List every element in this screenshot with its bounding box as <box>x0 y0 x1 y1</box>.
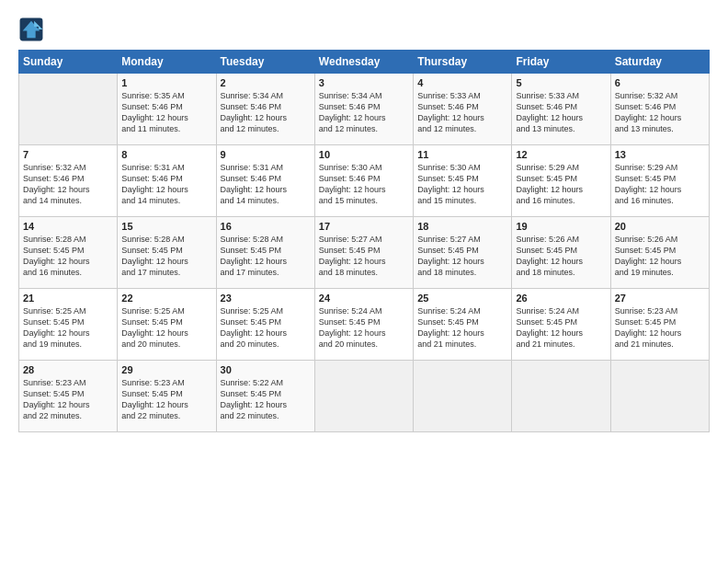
day-info: Sunrise: 5:25 AM Sunset: 5:45 PM Dayligh… <box>121 305 211 350</box>
day-cell: 4Sunrise: 5:33 AM Sunset: 5:46 PM Daylig… <box>414 74 512 145</box>
day-info: Sunrise: 5:35 AM Sunset: 5:46 PM Dayligh… <box>121 90 211 135</box>
col-header-monday: Monday <box>118 51 216 74</box>
day-cell: 6Sunrise: 5:32 AM Sunset: 5:46 PM Daylig… <box>610 74 709 145</box>
col-header-thursday: Thursday <box>414 51 512 74</box>
day-cell: 15Sunrise: 5:28 AM Sunset: 5:45 PM Dayli… <box>118 217 216 289</box>
day-number: 19 <box>516 221 606 232</box>
day-info: Sunrise: 5:33 AM Sunset: 5:46 PM Dayligh… <box>417 90 507 135</box>
day-info: Sunrise: 5:27 AM Sunset: 5:45 PM Dayligh… <box>417 234 507 279</box>
col-header-wednesday: Wednesday <box>314 51 413 74</box>
day-cell: 25Sunrise: 5:24 AM Sunset: 5:45 PM Dayli… <box>414 289 512 361</box>
day-cell: 23Sunrise: 5:25 AM Sunset: 5:45 PM Dayli… <box>216 289 314 361</box>
day-number: 4 <box>417 77 507 88</box>
day-info: Sunrise: 5:34 AM Sunset: 5:46 PM Dayligh… <box>221 90 311 135</box>
day-info: Sunrise: 5:23 AM Sunset: 5:45 PM Dayligh… <box>121 377 211 422</box>
day-info: Sunrise: 5:25 AM Sunset: 5:45 PM Dayligh… <box>221 305 311 350</box>
day-number: 14 <box>23 221 113 232</box>
day-number: 18 <box>417 221 507 232</box>
day-number: 11 <box>417 149 507 160</box>
day-cell: 21Sunrise: 5:25 AM Sunset: 5:45 PM Dayli… <box>19 289 118 361</box>
day-number: 24 <box>319 293 409 304</box>
day-number: 12 <box>516 149 606 160</box>
day-number: 20 <box>615 221 705 232</box>
logo <box>18 17 46 42</box>
day-cell: 2Sunrise: 5:34 AM Sunset: 5:46 PM Daylig… <box>216 74 314 145</box>
day-number: 23 <box>221 293 311 304</box>
day-info: Sunrise: 5:29 AM Sunset: 5:45 PM Dayligh… <box>516 162 606 207</box>
day-number: 25 <box>417 293 507 304</box>
day-info: Sunrise: 5:26 AM Sunset: 5:45 PM Dayligh… <box>516 234 606 279</box>
day-info: Sunrise: 5:28 AM Sunset: 5:45 PM Dayligh… <box>221 234 311 279</box>
day-cell: 20Sunrise: 5:26 AM Sunset: 5:45 PM Dayli… <box>610 217 709 289</box>
header <box>18 17 710 42</box>
day-info: Sunrise: 5:33 AM Sunset: 5:46 PM Dayligh… <box>516 90 606 135</box>
day-number: 16 <box>221 221 311 232</box>
day-info: Sunrise: 5:32 AM Sunset: 5:46 PM Dayligh… <box>615 90 705 135</box>
col-header-friday: Friday <box>512 51 610 74</box>
day-number: 8 <box>121 149 211 160</box>
day-info: Sunrise: 5:28 AM Sunset: 5:45 PM Dayligh… <box>121 234 211 279</box>
day-number: 13 <box>615 149 705 160</box>
day-cell <box>19 74 118 145</box>
day-cell: 18Sunrise: 5:27 AM Sunset: 5:45 PM Dayli… <box>414 217 512 289</box>
day-info: Sunrise: 5:29 AM Sunset: 5:45 PM Dayligh… <box>615 162 705 207</box>
day-number: 28 <box>23 364 113 375</box>
day-cell <box>314 361 413 432</box>
day-info: Sunrise: 5:25 AM Sunset: 5:45 PM Dayligh… <box>23 305 113 350</box>
day-info: Sunrise: 5:24 AM Sunset: 5:45 PM Dayligh… <box>319 305 409 350</box>
day-number: 26 <box>516 293 606 304</box>
day-cell: 9Sunrise: 5:31 AM Sunset: 5:46 PM Daylig… <box>216 145 314 217</box>
day-number: 29 <box>121 364 211 375</box>
day-cell <box>414 361 512 432</box>
week-row-2: 14Sunrise: 5:28 AM Sunset: 5:45 PM Dayli… <box>19 217 710 289</box>
day-info: Sunrise: 5:31 AM Sunset: 5:46 PM Dayligh… <box>221 162 311 207</box>
day-cell <box>512 361 610 432</box>
day-cell: 28Sunrise: 5:23 AM Sunset: 5:45 PM Dayli… <box>19 361 118 432</box>
week-row-4: 28Sunrise: 5:23 AM Sunset: 5:45 PM Dayli… <box>19 361 710 432</box>
day-cell: 10Sunrise: 5:30 AM Sunset: 5:46 PM Dayli… <box>314 145 413 217</box>
day-info: Sunrise: 5:26 AM Sunset: 5:45 PM Dayligh… <box>615 234 705 279</box>
day-cell: 7Sunrise: 5:32 AM Sunset: 5:46 PM Daylig… <box>19 145 118 217</box>
day-info: Sunrise: 5:23 AM Sunset: 5:45 PM Dayligh… <box>615 305 705 350</box>
day-cell: 1Sunrise: 5:35 AM Sunset: 5:46 PM Daylig… <box>118 74 216 145</box>
col-header-tuesday: Tuesday <box>216 51 314 74</box>
day-number: 10 <box>319 149 409 160</box>
day-info: Sunrise: 5:30 AM Sunset: 5:45 PM Dayligh… <box>417 162 507 207</box>
day-cell: 16Sunrise: 5:28 AM Sunset: 5:45 PM Dayli… <box>216 217 314 289</box>
day-cell: 24Sunrise: 5:24 AM Sunset: 5:45 PM Dayli… <box>314 289 413 361</box>
day-number: 21 <box>23 293 113 304</box>
day-cell: 11Sunrise: 5:30 AM Sunset: 5:45 PM Dayli… <box>414 145 512 217</box>
day-cell: 22Sunrise: 5:25 AM Sunset: 5:45 PM Dayli… <box>118 289 216 361</box>
day-cell: 27Sunrise: 5:23 AM Sunset: 5:45 PM Dayli… <box>610 289 709 361</box>
day-number: 2 <box>221 77 311 88</box>
day-info: Sunrise: 5:22 AM Sunset: 5:45 PM Dayligh… <box>221 377 311 422</box>
calendar-table: SundayMondayTuesdayWednesdayThursdayFrid… <box>18 50 710 432</box>
week-row-1: 7Sunrise: 5:32 AM Sunset: 5:46 PM Daylig… <box>19 145 710 217</box>
col-header-saturday: Saturday <box>610 51 709 74</box>
day-info: Sunrise: 5:27 AM Sunset: 5:45 PM Dayligh… <box>319 234 409 279</box>
day-number: 3 <box>319 77 409 88</box>
day-cell: 5Sunrise: 5:33 AM Sunset: 5:46 PM Daylig… <box>512 74 610 145</box>
logo-icon <box>18 17 44 42</box>
day-number: 6 <box>615 77 705 88</box>
day-number: 9 <box>221 149 311 160</box>
day-cell: 12Sunrise: 5:29 AM Sunset: 5:45 PM Dayli… <box>512 145 610 217</box>
header-row: SundayMondayTuesdayWednesdayThursdayFrid… <box>19 51 710 74</box>
day-number: 1 <box>121 77 211 88</box>
day-cell: 8Sunrise: 5:31 AM Sunset: 5:46 PM Daylig… <box>118 145 216 217</box>
col-header-sunday: Sunday <box>19 51 118 74</box>
day-info: Sunrise: 5:31 AM Sunset: 5:46 PM Dayligh… <box>121 162 211 207</box>
day-number: 30 <box>221 364 311 375</box>
day-number: 15 <box>121 221 211 232</box>
day-number: 7 <box>23 149 113 160</box>
day-number: 27 <box>615 293 705 304</box>
day-info: Sunrise: 5:24 AM Sunset: 5:45 PM Dayligh… <box>516 305 606 350</box>
day-cell: 14Sunrise: 5:28 AM Sunset: 5:45 PM Dayli… <box>19 217 118 289</box>
day-cell: 13Sunrise: 5:29 AM Sunset: 5:45 PM Dayli… <box>610 145 709 217</box>
day-info: Sunrise: 5:30 AM Sunset: 5:46 PM Dayligh… <box>319 162 409 207</box>
day-cell: 17Sunrise: 5:27 AM Sunset: 5:45 PM Dayli… <box>314 217 413 289</box>
page: SundayMondayTuesdayWednesdayThursdayFrid… <box>0 0 728 563</box>
day-info: Sunrise: 5:24 AM Sunset: 5:45 PM Dayligh… <box>417 305 507 350</box>
day-cell: 19Sunrise: 5:26 AM Sunset: 5:45 PM Dayli… <box>512 217 610 289</box>
day-info: Sunrise: 5:34 AM Sunset: 5:46 PM Dayligh… <box>319 90 409 135</box>
